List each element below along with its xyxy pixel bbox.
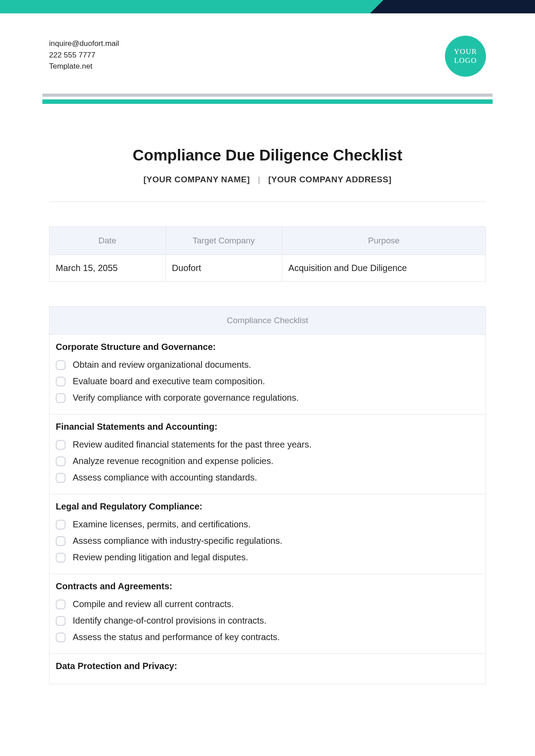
subtitle-row: [YOUR COMPANY NAME] | [YOUR COMPANY ADDR… [49,175,486,185]
checkbox[interactable] [56,377,66,386]
checkbox[interactable] [56,616,66,626]
top-accent-bar [0,0,535,13]
checkbox[interactable] [56,473,66,483]
logo-text-1: YOUR [454,47,477,56]
checkbox[interactable] [56,536,66,546]
divider-teal [42,99,493,104]
contact-phone: 222 555 7777 [49,49,119,61]
company-name-placeholder: [YOUR COMPANY NAME] [144,175,250,184]
top-accent-dark [383,0,535,13]
check-text: Review audited financial statements for … [73,440,312,450]
section-heading: Data Protection and Privacy: [56,661,479,671]
checklist-section: Legal and Regulatory Compliance:Examine … [49,494,486,574]
info-row: March 15, 2055 Duofort Acquisition and D… [49,255,486,282]
check-item: Evaluate board and executive team compos… [56,373,479,390]
divider-gray [42,94,493,97]
info-header-purpose: Purpose [282,227,486,255]
logo-placeholder: YOUR LOGO [445,36,486,77]
section-heading: Contracts and Agreements: [56,581,479,592]
contact-email: inquire@duofort.mail [49,38,119,49]
checkbox[interactable] [56,440,66,450]
check-text: Verify compliance with corporate governa… [73,393,299,403]
divider-block [42,94,493,104]
check-item: Review audited financial statements for … [56,436,479,453]
checkbox[interactable] [56,360,66,370]
contact-site: Template.net [49,61,119,72]
check-text: Review pending litigation and legal disp… [73,552,248,563]
check-item: Identify change-of-control provisions in… [56,612,479,629]
check-item: Analyze revenue recognition and expense … [56,453,479,469]
info-header-date: Date [49,227,166,255]
info-header-target: Target Company [165,227,282,255]
check-text: Obtain and review organizational documen… [73,360,251,370]
checklist-section: Data Protection and Privacy: [49,654,486,684]
checkbox[interactable] [56,633,66,642]
check-item: Review pending litigation and legal disp… [56,549,479,566]
check-item: Assess compliance with industry-specific… [56,533,479,549]
check-text: Assess compliance with accounting standa… [73,472,257,483]
contact-info: inquire@duofort.mail 222 555 7777 Templa… [49,38,119,72]
check-text: Examine licenses, permits, and certifica… [73,519,251,530]
info-cell-date: March 15, 2055 [49,255,166,282]
check-item: Assess the status and performance of key… [56,629,479,645]
check-text: Analyze revenue recognition and expense … [73,456,273,466]
section-heading: Legal and Regulatory Compliance: [56,501,479,512]
page-title: Compliance Due Diligence Checklist [49,146,486,164]
checklist-section: Contracts and Agreements:Compile and rev… [49,574,486,654]
checklist-table: Compliance Checklist Corporate Structure… [49,306,486,684]
check-item: Assess compliance with accounting standa… [56,469,479,486]
section-heading: Financial Statements and Accounting: [56,422,479,432]
subtitle-separator: | [258,175,260,184]
check-item: Examine licenses, permits, and certifica… [56,516,479,533]
info-cell-target: Duofort [165,255,282,282]
check-item: Verify compliance with corporate governa… [56,390,479,406]
info-cell-purpose: Acquisition and Due Diligence [282,255,486,282]
info-table: Date Target Company Purpose March 15, 20… [49,226,486,282]
header-section: inquire@duofort.mail 222 555 7777 Templa… [0,13,535,77]
check-item: Compile and review all current contracts… [56,596,479,612]
checklist-section: Financial Statements and Accounting:Revi… [49,415,486,494]
company-address-placeholder: [YOUR COMPANY ADDRESS] [268,175,392,184]
checklist-section: Corporate Structure and Governance:Obtai… [49,335,486,415]
check-text: Evaluate board and executive team compos… [73,376,265,386]
checkbox[interactable] [56,520,66,530]
thin-divider [49,201,486,202]
check-item: Obtain and review organizational documen… [56,357,479,373]
checkbox[interactable] [56,553,66,563]
content-area: Compliance Due Diligence Checklist [YOUR… [0,104,535,684]
checkbox[interactable] [56,393,66,403]
check-text: Identify change-of-control provisions in… [73,616,267,626]
section-heading: Corporate Structure and Governance: [56,342,479,352]
checkbox[interactable] [56,600,66,609]
logo-text-2: LOGO [454,56,477,65]
check-text: Assess the status and performance of key… [73,632,280,642]
checkbox[interactable] [56,456,66,466]
check-text: Compile and review all current contracts… [73,599,234,609]
check-text: Assess compliance with industry-specific… [73,536,282,546]
checklist-header: Compliance Checklist [49,307,486,335]
